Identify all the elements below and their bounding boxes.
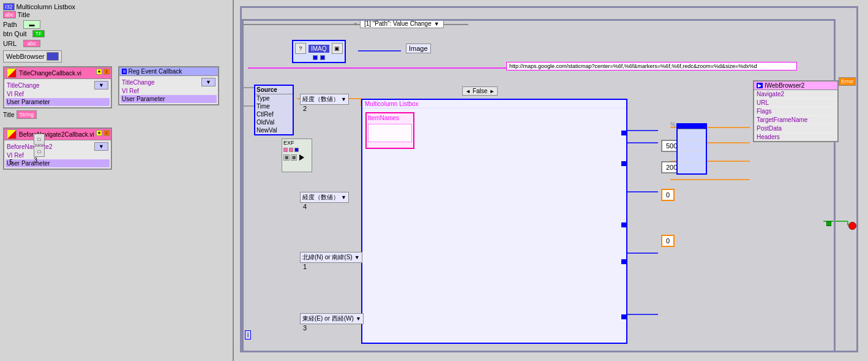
array-row4 [678,162,706,173]
path-label: Path [3,21,21,28]
titlechange-row1: TitleChange [7,82,94,89]
inner-terminal-2 [621,161,626,166]
dropdown-text: [1] "Path": Value Change [364,20,432,27]
titlechange-name: TitleChangeCallback.vi [19,70,81,77]
url-label: URL [3,40,21,47]
dropdown-arrow-icon: ▼ [434,21,440,27]
imaq-label: IMAQ [309,45,329,53]
row-viref1: VI Ref [6,90,110,98]
exf-label: EXF [282,139,312,146]
num-3-left: 3 [34,156,37,164]
lat-dropdown-2-label: 経度（数値） [302,193,339,202]
string-badge: String [17,110,37,119]
source-ctlref: CtlRef [255,110,293,118]
ns-dropdown[interactable]: 北緯(N) or 南緯(S) ▼ [300,252,362,263]
diagram-area: ◄ [1] "Path": Value Change ▼ ? IMAQ ▣ [233,0,868,361]
multicolumn-header: I32 Multicolumn Listbox [3,3,75,10]
sub-vi-left-1: □ [34,134,45,145]
beforenavigate-title-bar: BeforeNavigate2Callback.vi ★ ! [4,129,111,140]
beforenavigate-rows: BeforeNavigate2 ▼ VI Ref User Parameter [4,140,111,169]
num-0b-box[interactable]: 0 [661,235,675,247]
inner-diagram: ◄ [1] "Path": Value Change ▼ ? IMAQ ▣ [240,6,858,352]
ew-arrow: ▼ [356,316,361,322]
loop-index-box: i [245,330,251,340]
row-beforenavigate: BeforeNavigate2 ▼ [6,142,110,151]
url-indicator[interactable]: abc [23,40,40,47]
value-change-dropdown[interactable]: [1] "Path": Value Change ▼ [360,19,444,28]
iweb-title-bar: ▶ IWebBrowser2 [754,82,837,90]
array-row1 [678,129,706,140]
vi-icon-before [7,129,17,139]
num-0a-box[interactable]: 0 [661,189,675,201]
source-newval: NewVal [255,126,293,134]
exf-t1 [283,148,288,152]
lat-dd2-arrow: ▼ [341,194,346,200]
imaq-block: ? IMAQ ▣ [292,40,346,63]
inner-terminal-5 [621,314,626,319]
beforenavigate-dropdown[interactable]: ▼ [94,142,108,151]
multicolumn-inner-title: Multicolumn Listbox [362,100,626,108]
reg-dropdown1[interactable]: ▼ [201,78,215,86]
ew-dropdown[interactable]: 東経(E) or 西経(W) ▼ [300,313,364,324]
imaq-question-icon: ? [295,43,306,54]
beforenavigate-name: BeforeNavigate2Callback.vi [19,131,94,138]
source-oldval: OldVal [255,118,293,126]
url-bar[interactable]: http://maps.google.com/staticmap?center=… [506,62,797,70]
source-time: Time [255,102,293,110]
play-triangle [299,154,304,161]
tf-badge[interactable]: TF [32,30,45,37]
titlechange-title-bar: TitleChangeCallback.vi ★ ! [4,67,111,79]
iweb-target: TargetFrameName [754,116,837,124]
error-icon-2: ! [103,130,110,136]
row-userparam2: User Parameter [6,159,110,167]
exf-sub1: ▦ [283,154,290,161]
titlechange-callback-block: TitleChangeCallback.vi ★ ! TitleChange ▼… [3,66,112,108]
image-label-block: Image [406,44,431,53]
btnquit-row: btn Quit TF [3,30,45,37]
right-array-block [676,123,707,175]
titlechange-dropdown[interactable]: ▼ [94,81,108,89]
iweb-block: ▶ IWebBrowser2 Navigate2 URL Flags Targe… [753,80,839,142]
green-terminal [826,221,831,226]
val-4: 4 [303,203,307,210]
array-row3 [678,151,706,162]
webbrowser-block: WebBrowser [3,50,62,63]
ew-dropdown-label: 東経(E) or 西経(W) [302,314,354,323]
itemnames-display [368,124,412,142]
exf-block: EXF ▦ ▦ [282,139,312,172]
num-5-left: 5 [9,158,13,165]
path-indicator[interactable]: ▬ [23,20,40,29]
lat-dd1-arrow: ▼ [341,96,346,102]
reg-event-callback-block: 8 Reg Event Callback TitleChange ▼ VI Re… [118,66,219,105]
iweb-headers: Headers [754,133,837,141]
abc-badge-title: abc [3,11,16,18]
lat-dropdown-1[interactable]: 経度（数値） ▼ [300,94,349,105]
source-type: Type [255,94,293,102]
multicolumn-inner-block: Multicolumn Listbox ItemNames ItemNames [361,99,627,344]
imaq-terminal-1 [313,55,318,60]
webbrowser-label: WebBrowser [6,53,45,60]
star-icon-2: ★ [96,130,102,136]
star-icon-1: ★ [96,69,102,75]
iweb-url: URL [754,99,837,107]
false-indicator: ◄ False ► [462,86,498,96]
top-dropdown-bar: ◄ [1] "Path": Value Change ▼ [352,19,444,28]
source-title: Source [255,86,293,94]
iweb-badge: ▶ [757,83,763,88]
row-titlechange: TitleChange ▼ [6,80,110,90]
iweb-postdata: PostData [754,124,837,133]
vi-icon-titlechange [7,68,17,78]
lat-dropdown-2[interactable]: 経度（数値） ▼ [300,192,349,203]
reg-viref: VI Ref [121,87,217,95]
reg-event-title-bar: 8 Reg Event Callback [119,67,218,76]
btnquit-label: btn Quit [3,30,31,37]
webbrowser-icon [47,52,59,61]
main-canvas: I32 Multicolumn Listbox abc Title Path ▬… [0,0,868,361]
iweb-navigate2: Navigate2 [754,90,837,99]
ns-arrow: ▼ [354,254,360,260]
url-text: http://maps.google.com/staticmap?center=… [509,63,757,69]
beforenavigate-callback-block: BeforeNavigate2Callback.vi ★ ! BeforeNav… [3,127,112,170]
val-3: 3 [303,324,307,332]
url-row: URL abc [3,40,40,47]
error-indicator: Error [839,77,856,86]
